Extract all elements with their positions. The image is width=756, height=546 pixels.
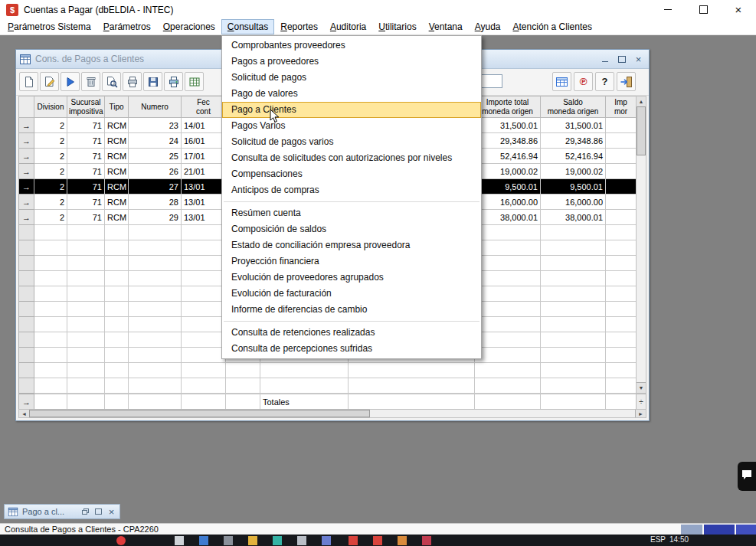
grid-cell[interactable] bbox=[34, 271, 67, 286]
grid-cell[interactable]: RCM bbox=[105, 149, 129, 164]
grid-cell[interactable] bbox=[129, 225, 182, 240]
grid-cell[interactable] bbox=[105, 378, 129, 394]
grid-cell[interactable]: 2 bbox=[34, 149, 67, 164]
vertical-scroll-thumb[interactable] bbox=[637, 106, 646, 155]
grid-cell[interactable] bbox=[606, 133, 637, 149]
menu-item-pagos-a-proveedores[interactable]: Pagos a proveedores bbox=[222, 54, 481, 70]
grid-cell[interactable]: 23 bbox=[129, 118, 182, 133]
mini-close-button[interactable]: × bbox=[106, 507, 116, 517]
help-button[interactable]: ? bbox=[595, 72, 614, 91]
grid-cell[interactable] bbox=[475, 256, 541, 271]
chat-bubble-overlay[interactable] bbox=[738, 462, 756, 491]
grid-cell[interactable]: 2 bbox=[34, 133, 67, 149]
grid-cell[interactable]: 52,416.94 bbox=[475, 149, 541, 164]
row-selector[interactable]: → bbox=[19, 195, 34, 210]
grid-cell[interactable]: 16/01 bbox=[182, 133, 226, 149]
taskbar-language[interactable]: ESP bbox=[650, 535, 666, 544]
menu-item-compensaciones[interactable]: Compensaciones bbox=[222, 166, 481, 182]
menu-item-evolucion-de-proveedores-agrupados[interactable]: Evolución de proveedores agrupados bbox=[222, 270, 481, 286]
menu-item-solicitud-de-pagos-varios[interactable]: Solicitud de pagos varios bbox=[222, 134, 481, 150]
grid-cell[interactable] bbox=[606, 317, 637, 332]
grid-cell[interactable] bbox=[182, 332, 226, 348]
scroll-left-button[interactable]: ◄ bbox=[19, 410, 30, 417]
grid-cell[interactable] bbox=[129, 286, 182, 302]
grid-cell[interactable] bbox=[129, 317, 182, 332]
row-selector[interactable] bbox=[19, 363, 34, 378]
row-selector[interactable] bbox=[19, 302, 34, 317]
menu-item-consulta-de-solicitudes-con-autorizaciones-por-niveles[interactable]: Consulta de solicitudes con autorizacion… bbox=[222, 150, 481, 166]
grid-cell[interactable] bbox=[475, 240, 541, 256]
grid-cell[interactable] bbox=[541, 332, 606, 348]
grid-cell[interactable] bbox=[606, 149, 637, 164]
grid-cell[interactable] bbox=[129, 363, 182, 378]
menu-item-pago-de-valores[interactable]: Pago de valores bbox=[222, 86, 481, 102]
mini-restore-button[interactable] bbox=[80, 507, 90, 517]
column-header-sucursal-impositiva[interactable]: Sucursal impositiva bbox=[67, 96, 105, 118]
taskbar-app-icon[interactable] bbox=[398, 536, 407, 545]
grid-cell[interactable]: 2 bbox=[34, 210, 67, 225]
taskbar-app-icon[interactable] bbox=[373, 536, 382, 545]
menu-item-consulta-de-retenciones-realizadas[interactable]: Consulta de retenciones realizadas bbox=[222, 325, 481, 341]
grid-cell[interactable] bbox=[34, 240, 67, 256]
child-close-button[interactable]: × bbox=[632, 54, 645, 65]
grid-cell[interactable] bbox=[349, 363, 475, 378]
child-maximize-button[interactable] bbox=[615, 54, 628, 65]
grid-cell[interactable] bbox=[105, 240, 129, 256]
taskbar-app-icon[interactable] bbox=[322, 536, 331, 545]
grid-cell[interactable] bbox=[129, 302, 182, 317]
delete-button[interactable] bbox=[81, 72, 100, 91]
grid-cell[interactable]: RCM bbox=[105, 179, 129, 195]
grid-cell[interactable] bbox=[105, 363, 129, 378]
grid-cell[interactable] bbox=[475, 348, 541, 363]
grid-cell[interactable] bbox=[105, 225, 129, 240]
grid-cell[interactable] bbox=[541, 240, 606, 256]
menu-item-informe-de-diferencias-de-cambio[interactable]: Informe de diferencias de cambio bbox=[222, 302, 481, 318]
menu-item-consulta-de-percepciones-sufridas[interactable]: Consulta de percepciones sufridas bbox=[222, 341, 481, 357]
grid-cell[interactable] bbox=[34, 286, 67, 302]
grid-cell[interactable] bbox=[105, 271, 129, 286]
grid-cell[interactable]: 2 bbox=[34, 179, 67, 195]
row-selector[interactable]: → bbox=[19, 179, 34, 195]
grid-cell[interactable]: 2 bbox=[34, 164, 67, 179]
mini-maximize-button[interactable] bbox=[93, 507, 103, 517]
grid-cell[interactable] bbox=[606, 225, 637, 240]
grid-cell[interactable] bbox=[67, 332, 105, 348]
row-selector[interactable]: → bbox=[19, 133, 34, 149]
grid-cell[interactable] bbox=[129, 271, 182, 286]
grid-cell[interactable]: 29 bbox=[129, 210, 182, 225]
row-selector[interactable]: → bbox=[19, 149, 34, 164]
grid-cell[interactable] bbox=[541, 302, 606, 317]
grid-cell[interactable] bbox=[606, 271, 637, 286]
grid-horizontal-scrollbar[interactable]: ◄ ► bbox=[18, 409, 646, 418]
grid-vertical-scrollbar[interactable]: ▲ ▼ bbox=[636, 96, 646, 394]
column-header-division[interactable]: Division bbox=[34, 96, 67, 118]
grid-cell[interactable]: 71 bbox=[67, 210, 105, 225]
grid-cell[interactable] bbox=[67, 302, 105, 317]
menu-item-proyeccion-financiera[interactable]: Proyección financiera bbox=[222, 253, 481, 270]
grid-row[interactable] bbox=[19, 378, 637, 394]
grid-footer-splitter[interactable]: ÷ bbox=[636, 394, 646, 410]
row-selector[interactable]: → bbox=[19, 164, 34, 179]
preview-button[interactable] bbox=[102, 72, 121, 91]
grid-cell[interactable] bbox=[34, 348, 67, 363]
grid-cell[interactable] bbox=[226, 363, 260, 378]
properties-button[interactable]: ℗ bbox=[574, 72, 593, 91]
menubar-item-parametros[interactable]: Parámetros bbox=[97, 19, 157, 34]
minimize-button[interactable] bbox=[650, 0, 686, 19]
grid-cell[interactable]: RCM bbox=[105, 195, 129, 210]
taskbar-app-icon[interactable] bbox=[224, 536, 233, 545]
export-button[interactable] bbox=[185, 72, 204, 91]
grid-cell[interactable] bbox=[105, 256, 129, 271]
grid-cell[interactable] bbox=[34, 302, 67, 317]
grid-cell[interactable]: 38,000.01 bbox=[475, 210, 541, 225]
grid-cell[interactable]: 2 bbox=[34, 195, 67, 210]
taskbar-app-icon[interactable] bbox=[248, 536, 257, 545]
grid-cell[interactable] bbox=[129, 240, 182, 256]
grid-cell[interactable] bbox=[105, 286, 129, 302]
row-selector[interactable] bbox=[19, 225, 34, 240]
grid-cell[interactable] bbox=[129, 332, 182, 348]
minimized-window-pago[interactable]: Pago a cl... × bbox=[4, 504, 120, 519]
grid-cell[interactable] bbox=[34, 225, 67, 240]
column-header-numero[interactable]: Numero bbox=[129, 96, 182, 118]
grid-cell[interactable] bbox=[67, 317, 105, 332]
